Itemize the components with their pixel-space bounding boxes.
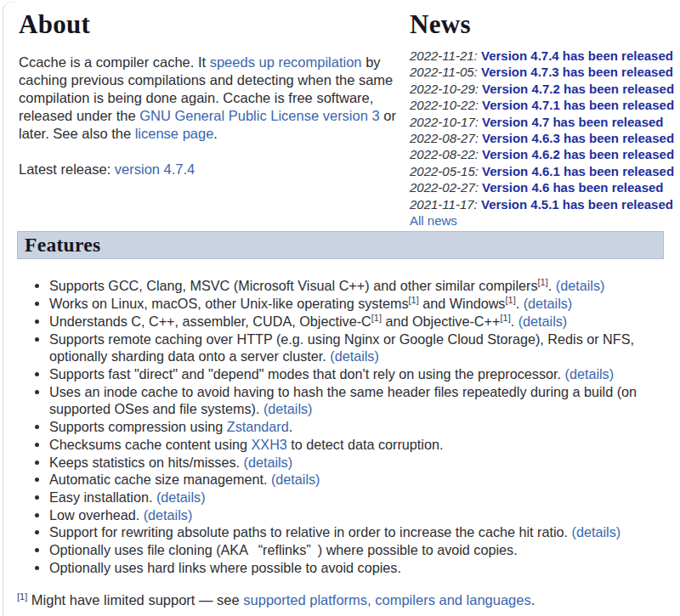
inline-link[interactable]: license page [135, 126, 214, 141]
footnote-ref: [1] [500, 313, 510, 323]
feature-item: Supports compression using Zstandard. [49, 418, 664, 436]
footnote-ref: [1] [371, 313, 382, 323]
news-release-link[interactable]: Version 4.6 has been released [482, 180, 663, 195]
text-run: Checksums cache content using [49, 437, 252, 452]
news-date: 2022-10-17: [410, 115, 479, 129]
news-release-link[interactable]: Version 4.7.3 has been released [481, 65, 673, 79]
inline-link[interactable]: (details) [565, 366, 615, 381]
text-run: . [289, 419, 293, 434]
news-release-link[interactable]: Version 4.7.1 has been released [482, 98, 674, 112]
footnote-ref: [1] [409, 295, 419, 305]
features-list: Supports GCC, Clang, MSVC (Microsoft Vis… [19, 277, 664, 576]
news-date: 2021-11-17: [410, 197, 478, 212]
inline-link[interactable]: Zstandard [227, 419, 289, 434]
news-item: 2022-11-21: Version 4.7.4 has been relea… [410, 48, 674, 64]
news-date: 2022-08-27: [410, 131, 479, 145]
feature-item: Optionally uses file cloning (AKA “refli… [49, 541, 664, 559]
inline-link[interactable]: version 4.7.4 [115, 161, 195, 177]
text-run: . [516, 296, 524, 311]
text-run: Supports compression using [49, 419, 227, 434]
inline-link[interactable]: GNU General Public License version 3 [139, 108, 379, 123]
news-list: 2022-11-21: Version 4.7.4 has been relea… [410, 48, 674, 212]
news-heading: News [410, 10, 674, 39]
feature-item: Low overhead. (details) [49, 506, 664, 524]
text-run: Automatic cache size management. [49, 472, 271, 487]
news-item: 2022-10-17: Version 4.7 has been release… [410, 114, 674, 130]
news-item: 2022-02-27: Version 4.6 has been release… [410, 179, 674, 195]
news-item: 2022-05-15: Version 4.6.1 has been relea… [410, 163, 674, 179]
text-run: . [213, 126, 218, 141]
text-run: . [531, 592, 536, 608]
text-run: Might have limited support — see [27, 592, 243, 608]
news-release-link[interactable]: Version 4.6.3 has been released [482, 131, 674, 145]
ccache-homepage: About Ccache is a compiler cache. It spe… [0, 0, 680, 609]
feature-item: Easy installation. (details) [49, 489, 664, 506]
text-run: Understands C, C++, assembler, CUDA, Obj… [49, 314, 371, 329]
news-release-link[interactable]: Version 4.5.1 has been released [481, 197, 673, 212]
text-run: Supports GCC, Clang, MSVC (Microsoft Vis… [49, 278, 538, 293]
news-item: 2022-10-22: Version 4.7.1 has been relea… [410, 97, 674, 113]
feature-item: Supports remote caching over HTTP (e.g. … [49, 331, 664, 365]
text-run: and Objective-C++ [382, 314, 500, 329]
footnote: [1] Might have limited support — see sup… [17, 591, 664, 609]
text-run: Supports fast "direct" and "depend" mode… [49, 366, 565, 381]
feature-item: Automatic cache size management. (detail… [49, 471, 664, 489]
feature-item: Understands C, C++, assembler, CUDA, Obj… [49, 313, 664, 331]
news-release-link[interactable]: Version 4.7.2 has been released [482, 82, 674, 96]
inline-link[interactable]: (details) [330, 348, 379, 364]
feature-item: Support for rewriting absolute paths to … [49, 523, 664, 541]
features-heading: Features [17, 231, 664, 259]
news-date: 2022-11-05: [410, 65, 478, 79]
text-run: Low overhead. [49, 507, 144, 523]
inline-link[interactable]: (details) [518, 314, 568, 329]
text-run: Easy installation. [49, 489, 156, 505]
news-item: 2022-08-22: Version 4.6.2 has been relea… [410, 146, 674, 162]
feature-item: Checksums cache content using XXH3 to de… [49, 436, 664, 454]
news-release-link[interactable]: Version 4.6.2 has been released [482, 147, 674, 161]
latest-release-line: Latest release: version 4.7.4 [19, 161, 406, 178]
top-columns: About Ccache is a compiler cache. It spe… [19, 10, 664, 229]
about-section: About Ccache is a compiler cache. It spe… [19, 10, 408, 178]
text-run: Works on Linux, macOS, other Unix-like o… [49, 296, 409, 311]
text-run: Ccache is a compiler cache. It [19, 54, 210, 70]
footnote-ref: [1] [17, 591, 27, 602]
inline-link[interactable]: XXH3 [252, 437, 287, 452]
inline-link[interactable]: (details) [556, 278, 605, 293]
news-date: 2022-10-22: [410, 98, 479, 112]
text-run: . [548, 278, 556, 293]
inline-link[interactable]: speeds up recompilation [210, 54, 362, 70]
text-run: Uses an inode cache to avoid having to h… [49, 384, 637, 417]
about-paragraph: Ccache is a compiler cache. It speeds up… [19, 54, 406, 143]
text-run: Optionally uses file cloning (AKA “refli… [49, 542, 518, 557]
inline-link[interactable]: (details) [524, 296, 573, 311]
inline-link[interactable]: (details) [144, 507, 193, 523]
all-news-link[interactable]: All news [410, 212, 457, 229]
news-release-link[interactable]: Version 4.7.4 has been released [481, 48, 673, 63]
news-date: 2022-05-15: [410, 164, 479, 178]
news-item: 2022-10-29: Version 4.7.2 has been relea… [410, 81, 674, 97]
inline-link[interactable]: (details) [264, 401, 313, 416]
news-date: 2022-02-27: [410, 180, 479, 195]
feature-item: Supports GCC, Clang, MSVC (Microsoft Vis… [49, 277, 664, 295]
feature-item: Works on Linux, macOS, other Unix-like o… [49, 295, 664, 313]
feature-item: Keeps statistics on hits/misses. (detail… [49, 454, 664, 472]
footnote-ref: [1] [505, 295, 515, 305]
news-date: 2022-08-22: [410, 147, 479, 161]
news-item: 2022-11-05: Version 4.7.3 has been relea… [410, 64, 674, 80]
news-date: 2022-10-29: [410, 82, 479, 96]
news-release-link[interactable]: Version 4.7 has been released [482, 115, 663, 129]
news-item: 2022-08-27: Version 4.6.3 has been relea… [410, 130, 674, 146]
text-run: and Windows [419, 296, 506, 311]
inline-link[interactable]: supported platforms, compilers and langu… [243, 592, 530, 608]
text-run: Support for rewriting absolute paths to … [49, 524, 572, 540]
text-run: Keeps statistics on hits/misses. [49, 455, 244, 470]
text-run: . [511, 314, 518, 329]
news-date: 2022-11-21: [410, 48, 478, 63]
text-run: Latest release: [19, 161, 115, 177]
inline-link[interactable]: (details) [156, 489, 206, 505]
inline-link[interactable]: (details) [271, 472, 320, 487]
inline-link[interactable]: (details) [244, 455, 293, 470]
inline-link[interactable]: (details) [572, 524, 621, 540]
news-release-link[interactable]: Version 4.6.1 has been released [482, 164, 674, 178]
feature-item: Optionally uses hard links where possibl… [49, 559, 664, 577]
